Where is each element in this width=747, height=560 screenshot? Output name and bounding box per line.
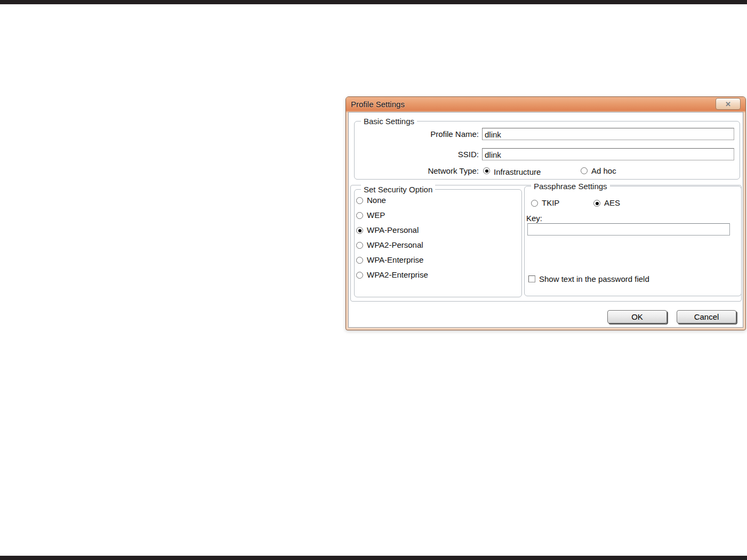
close-icon: ✕ [725, 101, 731, 108]
security-radio-wpa-enterprise-label[interactable]: WPA-Enterprise [367, 255, 423, 265]
cipher-radio-tkip[interactable] [531, 200, 538, 207]
cipher-radio-aes-label[interactable]: AES [604, 198, 620, 208]
key-label: Key: [526, 214, 542, 223]
ok-button[interactable]: OK [607, 310, 667, 323]
key-input[interactable] [527, 223, 730, 236]
security-radio-wep-label[interactable]: WEP [367, 210, 385, 220]
security-radio-none[interactable] [356, 197, 363, 204]
profile-name-input[interactable] [482, 128, 734, 140]
security-radio-wpa-personal[interactable] [356, 227, 363, 234]
security-radio-wpa2-personal[interactable] [356, 242, 363, 249]
dialog-client-area: Basic Settings Profile Name: SSID: Netwo… [348, 112, 743, 328]
dialog-titlebar[interactable]: Profile Settings ✕ [346, 97, 745, 112]
set-security-option-legend: Set Security Option [361, 185, 435, 194]
passphrase-settings-legend: Passphrase Settings [531, 182, 610, 191]
security-radio-wep[interactable] [356, 212, 363, 219]
cipher-radio-aes[interactable] [593, 200, 600, 207]
network-type-radio-adhoc-label[interactable]: Ad hoc [591, 166, 616, 176]
page-bottom-rule [0, 556, 747, 560]
show-text-checkbox[interactable] [528, 275, 535, 282]
network-type-radio-adhoc[interactable] [581, 167, 588, 174]
security-radio-wpa-enterprise[interactable] [356, 257, 363, 264]
network-type-radio-infrastructure-label[interactable]: Infrastructure [494, 167, 541, 177]
security-radio-wpa-personal-label[interactable]: WPA-Personal [367, 225, 419, 235]
network-type-radio-infrastructure[interactable] [483, 167, 490, 174]
cancel-button[interactable]: Cancel [677, 310, 736, 323]
basic-settings-legend: Basic Settings [361, 117, 417, 126]
security-radio-wpa2-enterprise-label[interactable]: WPA2-Enterprise [367, 270, 428, 280]
close-button[interactable]: ✕ [716, 98, 741, 110]
profile-name-label: Profile Name: [370, 129, 479, 139]
ssid-input[interactable] [482, 148, 734, 160]
security-radio-wpa2-personal-label[interactable]: WPA2-Personal [367, 240, 423, 250]
profile-settings-dialog: Profile Settings ✕ Basic Settings Profil… [346, 96, 746, 330]
cipher-radio-tkip-label[interactable]: TKIP [542, 198, 559, 208]
network-type-label: Network Type: [370, 166, 479, 176]
page-top-rule [0, 0, 747, 4]
dialog-title: Profile Settings [351, 100, 405, 109]
ssid-label: SSID: [370, 150, 479, 159]
security-radio-none-label[interactable]: None [367, 196, 386, 205]
show-text-checkbox-label[interactable]: Show text in the password field [539, 274, 649, 284]
security-radio-wpa2-enterprise[interactable] [356, 272, 363, 279]
